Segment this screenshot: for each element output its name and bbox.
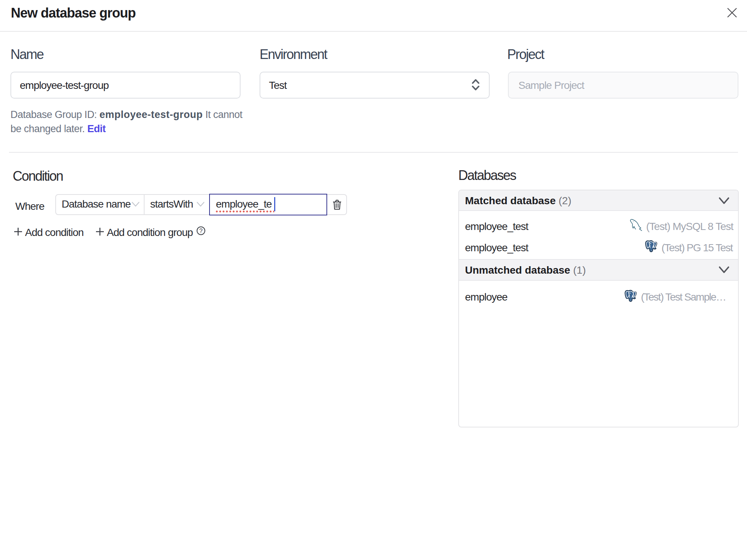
svg-text:?: ? (199, 228, 203, 234)
